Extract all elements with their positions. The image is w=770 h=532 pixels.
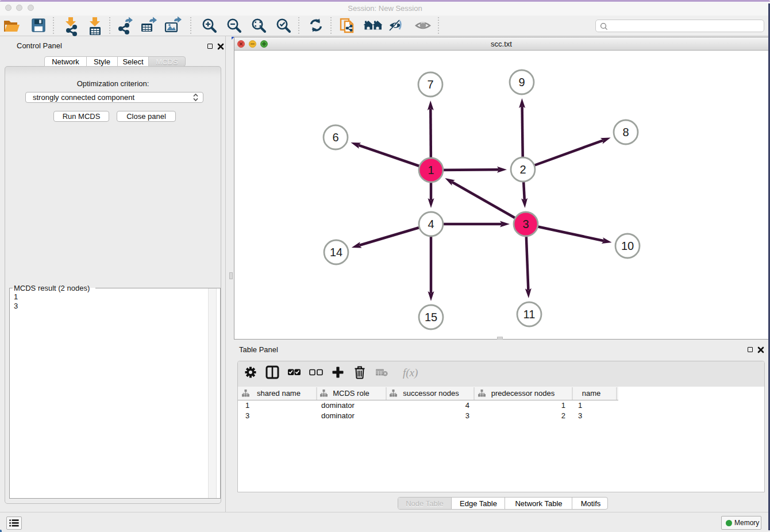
svg-text:4: 4 bbox=[465, 401, 469, 410]
svg-text:predecessor nodes: predecessor nodes bbox=[491, 389, 555, 398]
svg-text:successor nodes: successor nodes bbox=[403, 389, 459, 398]
svg-text:MCDS role: MCDS role bbox=[333, 389, 369, 398]
svg-text:1: 1 bbox=[428, 164, 434, 176]
svg-text:2: 2 bbox=[561, 411, 565, 420]
svg-text:8: 8 bbox=[622, 126, 629, 138]
svg-text:2: 2 bbox=[519, 163, 526, 176]
svg-text:name: name bbox=[582, 389, 601, 398]
svg-text:dominator: dominator bbox=[321, 401, 355, 410]
svg-text:shared name: shared name bbox=[257, 389, 301, 398]
svg-text:9: 9 bbox=[518, 76, 525, 88]
svg-text:1: 1 bbox=[578, 401, 582, 410]
svg-text:10: 10 bbox=[621, 240, 634, 252]
svg-text:3: 3 bbox=[465, 411, 469, 420]
svg-text:f(x): f(x) bbox=[403, 367, 418, 379]
svg-text:4: 4 bbox=[428, 218, 434, 230]
svg-text:3: 3 bbox=[522, 218, 529, 230]
svg-text:3: 3 bbox=[578, 411, 582, 420]
svg-text:3: 3 bbox=[245, 411, 249, 420]
svg-text:14: 14 bbox=[330, 246, 342, 259]
svg-text:15: 15 bbox=[425, 311, 437, 323]
svg-text:7: 7 bbox=[427, 78, 433, 91]
svg-text:11: 11 bbox=[523, 308, 536, 321]
svg-text:6: 6 bbox=[332, 131, 338, 144]
svg-text:1: 1 bbox=[245, 401, 249, 410]
svg-text:1: 1 bbox=[561, 401, 565, 410]
svg-text:dominator: dominator bbox=[321, 411, 355, 420]
